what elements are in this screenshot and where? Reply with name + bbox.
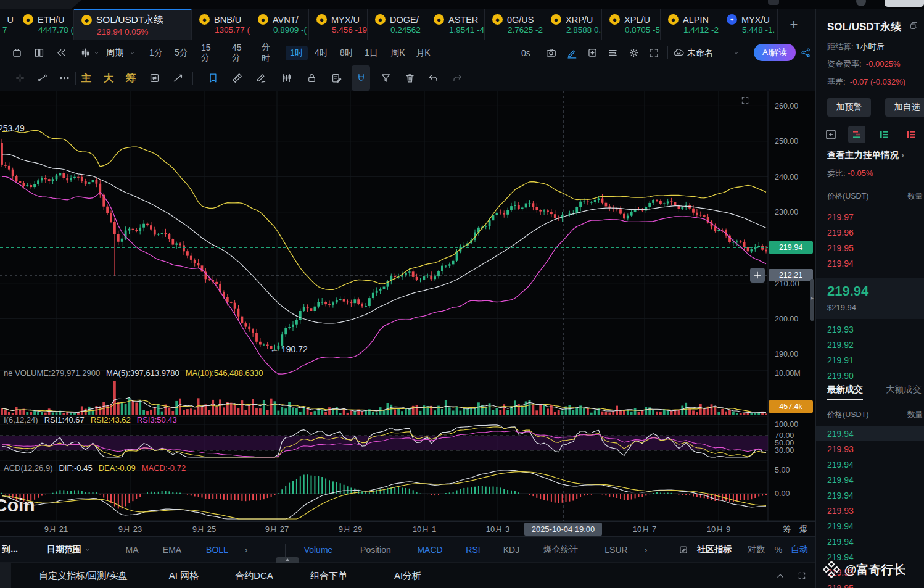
bid-row[interactable]: 219.93 [827, 325, 854, 334]
indicator-item-11[interactable]: 爆仓统计 [543, 537, 578, 563]
pair-tab-0g-us[interactable]: ◆0G/US2.7625 -2 [485, 9, 543, 40]
draw-mode-icon[interactable] [566, 40, 577, 65]
cloud-save-icon[interactable] [673, 40, 685, 65]
timeframe-1分[interactable]: 1分 [144, 40, 168, 65]
book-mode-bids-icon[interactable] [875, 126, 893, 143]
brush-tool-icon[interactable] [255, 65, 267, 91]
replay-icon[interactable] [56, 40, 67, 65]
crosshair-tool-icon[interactable] [14, 65, 26, 91]
collapse-handle[interactable] [276, 557, 299, 563]
tool-主[interactable]: 主 [79, 65, 94, 91]
pair-tab-avnt-[interactable]: ◆AVNT/0.8909 -( [250, 9, 309, 40]
timeframe-1日[interactable]: 1日 [359, 40, 384, 65]
save-layout-icon[interactable] [11, 40, 23, 65]
ai-analysis-button[interactable]: AI解读 [754, 44, 796, 61]
indicator-item-2[interactable]: MA [126, 537, 139, 563]
indicator-item-8[interactable]: MACD [417, 537, 442, 563]
indicator-item-7[interactable]: Position [360, 537, 391, 563]
undo-icon[interactable] [427, 65, 439, 91]
pair-tab-xpl-u[interactable]: ◆XPL/U0.8705 -5 [602, 9, 661, 40]
trendline-tool-icon[interactable] [36, 65, 48, 91]
chart-style-icon[interactable] [80, 40, 91, 65]
pair-tab-partial[interactable]: U7 [0, 9, 15, 40]
bid-row[interactable]: 219.91 [827, 355, 854, 365]
timeframe-15分[interactable]: 15分 [197, 40, 221, 65]
tool-大[interactable]: 大 [101, 65, 116, 91]
collapse-chevron-icon[interactable] [775, 570, 786, 581]
indicator-item-12[interactable]: LSUR [604, 537, 627, 563]
tab-latest-trades[interactable]: 最新成交 [827, 384, 863, 395]
add-alert-button[interactable]: 加预警 [827, 98, 871, 117]
indicator-item-9[interactable]: RSI [466, 537, 480, 563]
bid-row[interactable]: 219.92 [827, 340, 854, 350]
measure-tool-icon[interactable] [231, 65, 243, 91]
fullscreen-icon[interactable] [648, 40, 659, 65]
period-chevron-icon[interactable] [128, 40, 136, 65]
chart-style-chevron-icon[interactable] [93, 40, 101, 65]
pair-tab-xrp-u[interactable]: ◆XRP/U2.8588 0. [543, 9, 602, 40]
axis-chip-筹[interactable]: 筹 [783, 524, 791, 535]
popout-corner-icon[interactable] [797, 571, 807, 581]
timeframe-8时[interactable]: 8时 [334, 40, 359, 65]
tab-large-trades[interactable]: 大额成交 [886, 384, 922, 395]
bottom-tab-1[interactable]: AI 网格 [169, 563, 199, 588]
lock-tool-icon[interactable] [306, 65, 318, 91]
timeframe-4时[interactable]: 4时 [309, 40, 334, 65]
maximize-pane-icon[interactable] [740, 96, 750, 106]
indicator-item-10[interactable]: KDJ [503, 537, 519, 563]
bottom-tab-2[interactable]: 合约DCA [235, 563, 273, 588]
pair-tab-aster[interactable]: ◆ASTER1.9541 -4 [426, 9, 485, 40]
tool-筹[interactable]: 筹 [123, 65, 138, 91]
add-indicator-icon[interactable] [587, 40, 598, 65]
layout-chevron-icon[interactable] [732, 40, 740, 65]
indicator-item-13[interactable]: › [645, 537, 648, 563]
ask-row[interactable]: 219.95 [827, 243, 854, 253]
panel-collapse-arrow[interactable]: ▸ [811, 294, 814, 301]
filter-tool-icon[interactable] [380, 65, 392, 91]
object-list-icon[interactable] [607, 40, 619, 65]
redo-icon[interactable] [452, 65, 463, 91]
community-edit-icon[interactable] [679, 545, 688, 555]
period-dropdown[interactable]: 周期 [106, 40, 124, 65]
popout-window-icon[interactable] [909, 21, 918, 30]
pair-tab-bnb-u[interactable]: ◆BNB/U1305.77 ( [192, 9, 250, 40]
indicator-item-3[interactable]: EMA [163, 537, 181, 563]
bottom-tab-4[interactable]: AI分析 [394, 563, 421, 588]
magnet-tool-icon[interactable] [352, 65, 370, 91]
axis-chip-爆[interactable]: 爆 [799, 524, 808, 535]
indicator-item-16[interactable]: % [775, 537, 782, 563]
bid-row[interactable]: 219.90 [827, 371, 854, 381]
pair-tab-eth-u[interactable]: ◆ETH/U4447.78 ( [15, 9, 74, 40]
timeframe-月K[interactable]: 月K [411, 40, 435, 65]
indicator-item-5[interactable]: › [245, 537, 248, 563]
main-orders-link[interactable]: 查看主力挂单情况 › [827, 149, 904, 161]
add-favorite-button[interactable]: 加自选 [885, 98, 924, 117]
chart-area[interactable]: 260.00250.00240.00230.00200.00190.0010.0… [0, 91, 815, 521]
bookmark-tool-icon[interactable] [207, 65, 219, 91]
timeframe-周K[interactable]: 周K [386, 40, 410, 65]
indicator-item-14[interactable]: 社区指标 [697, 537, 732, 563]
pair-tab-sol-usdt-[interactable]: ◆SOL/USDT永续219.94 0.05% [74, 9, 192, 40]
ask-row[interactable]: 219.96 [827, 228, 854, 238]
pair-tab-alpin[interactable]: ◆ALPIN1.4412 -2 [661, 9, 719, 40]
add-pair-button[interactable]: + [778, 9, 809, 40]
layout-name-dropdown[interactable]: 未命名 [687, 40, 713, 65]
ask-row[interactable]: 219.94 [827, 259, 854, 268]
ask-row[interactable]: 219.97 [827, 212, 854, 222]
timeframe-分时[interactable]: 分时 [257, 40, 282, 65]
camera-icon[interactable] [545, 40, 557, 65]
indicator-item-15[interactable]: 对数 [748, 537, 765, 563]
delete-drawings-icon[interactable] [404, 65, 416, 91]
candlestick-chart[interactable]: 260.00250.00240.00230.00200.00190.0010.0… [0, 91, 815, 521]
timeframe-1时[interactable]: 1时 [284, 40, 309, 65]
bottom-tab-0[interactable]: 自定义指标/回测/实盘 [39, 563, 127, 588]
pair-tab-doge-[interactable]: ◆DOGE/0.24562 [368, 9, 426, 40]
book-mode-asks-icon[interactable] [902, 126, 920, 143]
layout-panes-icon[interactable] [33, 40, 45, 65]
pair-tab-myx-u[interactable]: ◆MYX/U5.456 -19 [309, 9, 368, 40]
bottom-tab-3[interactable]: 组合下单 [310, 563, 347, 588]
share-icon[interactable] [800, 40, 812, 65]
indicator-item-4[interactable]: BOLL [206, 537, 228, 563]
pair-tab-myx-u[interactable]: ✦MYX/U5.448 -1. [719, 9, 778, 40]
indicator-item-1[interactable]: 日期范围 [47, 537, 91, 563]
